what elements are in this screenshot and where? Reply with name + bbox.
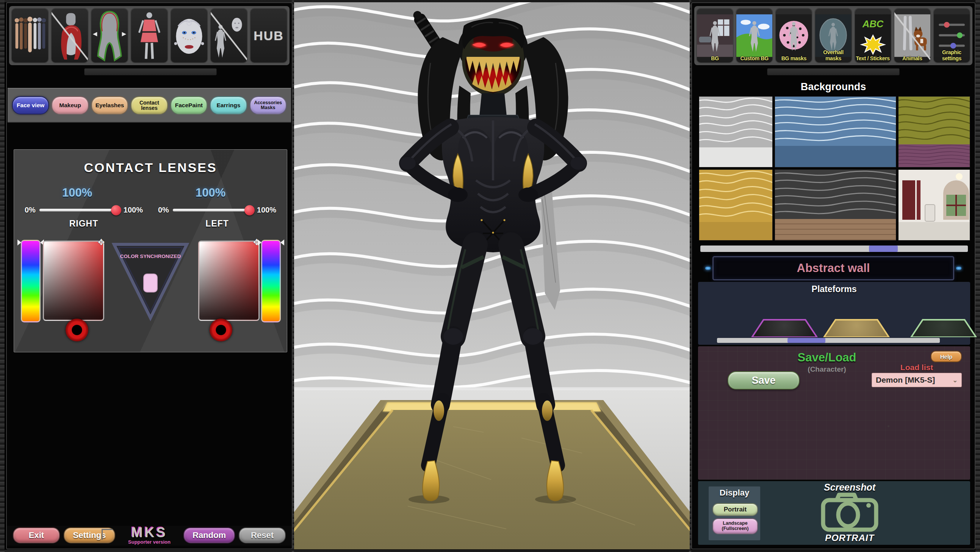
right-lens-slider[interactable] bbox=[40, 209, 120, 212]
tab-custom-bg-label: Custom BG bbox=[736, 55, 772, 61]
right-lens-hue-strip[interactable] bbox=[21, 240, 41, 322]
left-lens-slider-knob[interactable] bbox=[245, 205, 255, 215]
background-thumb-olive-waves[interactable] bbox=[898, 96, 970, 167]
screenshot-title: Screenshot bbox=[793, 482, 907, 493]
tab-text-stickers[interactable]: ABC Text / Stickers bbox=[854, 8, 892, 63]
background-thumb-gray-waves[interactable] bbox=[699, 96, 773, 167]
hue-marker-icon bbox=[18, 239, 21, 245]
backgrounds-scrollbar[interactable] bbox=[700, 245, 968, 252]
category-face-makeup-thumbnail[interactable] bbox=[170, 8, 208, 63]
right-lens-color-gradient[interactable] bbox=[43, 240, 104, 321]
version-label: Supporter version bbox=[104, 539, 195, 545]
category-clothes-thumbnail[interactable] bbox=[130, 8, 168, 63]
display-portrait-button[interactable]: Portrait bbox=[713, 503, 758, 516]
backgrounds-title: Backgrounds bbox=[692, 81, 975, 93]
exit-button[interactable]: Exit bbox=[13, 527, 60, 543]
category-hair-thumbnail[interactable] bbox=[51, 8, 89, 63]
frame-right bbox=[975, 0, 980, 552]
background-thumb-interior[interactable] bbox=[898, 169, 970, 240]
display-title: Display bbox=[709, 488, 760, 498]
custom-bg-icon bbox=[736, 9, 772, 62]
platform-thumb-gold[interactable] bbox=[823, 319, 890, 337]
selected-background-banner: Abstract wall bbox=[713, 256, 954, 280]
right-lens-label: RIGHT bbox=[25, 219, 143, 229]
save-button[interactable]: Save bbox=[728, 371, 800, 390]
save-load-panel: Save/Load (Character) Help Load list Sav… bbox=[698, 346, 970, 480]
right-scene-panel: BG Custom BG bbox=[691, 2, 975, 549]
tab-bg[interactable]: BG bbox=[696, 8, 734, 63]
tab-animals[interactable]: Animals bbox=[894, 8, 931, 63]
save-load-title: Save/Load bbox=[698, 351, 956, 364]
tab-accessories-masks[interactable]: Accessories Masks bbox=[250, 96, 286, 115]
left-lens-preview-icon[interactable] bbox=[210, 319, 232, 341]
tab-overhall-masks[interactable]: Overhall masks bbox=[815, 8, 852, 63]
platform-thumb-green[interactable] bbox=[910, 319, 977, 337]
backgrounds-scrollbar-thumb[interactable] bbox=[869, 245, 898, 252]
platforms-scrollbar-thumb[interactable] bbox=[788, 338, 826, 343]
tab-text-stickers-label: Text / Stickers bbox=[855, 55, 891, 61]
tab-earrings[interactable]: Earrings bbox=[210, 96, 247, 115]
face-makeup-icon bbox=[171, 9, 207, 62]
tab-graphic-settings-label: Graphic settings bbox=[934, 49, 970, 61]
tab-contact-lenses[interactable]: Contact lenses bbox=[131, 96, 167, 115]
chevron-down-icon: ⌄ bbox=[953, 377, 958, 384]
clothes-icon bbox=[131, 9, 167, 62]
backgrounds-grid bbox=[699, 96, 969, 240]
background-thumb-dark-waves-wood[interactable] bbox=[775, 169, 896, 240]
tab-bg-masks[interactable]: BG masks bbox=[775, 8, 813, 63]
tab-face-view[interactable]: Face view bbox=[12, 96, 49, 115]
category-skins-thumbnail[interactable] bbox=[11, 8, 49, 63]
bg-icon bbox=[697, 9, 733, 62]
character-category-row: HUB bbox=[9, 6, 290, 65]
skins-icon bbox=[12, 9, 48, 62]
reset-button[interactable]: Reset bbox=[239, 527, 286, 543]
left-lens-value: 100% bbox=[184, 186, 237, 200]
platform-thumb-purple[interactable] bbox=[751, 319, 818, 337]
mks-logo: MKS bbox=[104, 527, 195, 539]
left-lens-color-gradient[interactable] bbox=[198, 240, 259, 321]
left-lens-label: LEFT bbox=[158, 219, 276, 229]
help-button[interactable]: Help bbox=[931, 351, 962, 362]
left-lens-min-label: 0% bbox=[158, 206, 169, 215]
scene-category-row: BG Custom BG bbox=[694, 6, 972, 65]
category-body-shape-thumbnail[interactable] bbox=[91, 8, 129, 63]
random-button[interactable]: Random bbox=[183, 527, 235, 543]
tab-eyelashes[interactable]: Eyelashes bbox=[91, 96, 128, 115]
right-lens-max-label: 100% bbox=[124, 206, 143, 215]
color-sync-control[interactable]: COLOR SYNCHRONIZED bbox=[110, 239, 191, 322]
bg-masks-icon bbox=[776, 9, 812, 62]
category-row-scrollbar[interactable] bbox=[84, 68, 217, 75]
tab-facepaint[interactable]: FacePaint bbox=[170, 96, 207, 115]
face-feature-tabs: Face view Makeup Eyelashes Contact lense… bbox=[8, 88, 291, 123]
load-list-dropdown[interactable]: Demon [MK5-S] ⌄ bbox=[872, 373, 962, 387]
right-lens-slider-knob[interactable] bbox=[111, 205, 121, 215]
tab-custom-bg[interactable]: Custom BG bbox=[735, 8, 773, 63]
category-hub-button[interactable]: HUB bbox=[250, 8, 288, 63]
scene-category-scrollbar[interactable] bbox=[767, 68, 900, 75]
platforms-scrollbar[interactable] bbox=[717, 338, 940, 343]
display-landscape-button[interactable]: Landscape (Fullscreen) bbox=[713, 518, 758, 534]
character-3d-viewport[interactable] bbox=[294, 2, 690, 549]
color-crosshair-icon bbox=[98, 238, 106, 247]
category-pose-thumbnail[interactable] bbox=[210, 8, 248, 63]
screenshot-camera-button[interactable] bbox=[815, 492, 885, 533]
tab-overhall-masks-label: Overhall masks bbox=[815, 49, 851, 61]
tab-makeup[interactable]: Makeup bbox=[51, 96, 88, 115]
frame-bottom bbox=[0, 550, 980, 552]
sync-swatch[interactable] bbox=[144, 274, 157, 292]
background-thumb-blue-waves[interactable] bbox=[775, 96, 896, 167]
mks-logo-block: MKS Supporter version bbox=[104, 527, 195, 545]
color-sync-label: COLOR SYNCHRONIZED bbox=[120, 253, 181, 259]
tab-graphic-settings[interactable]: Graphic settings bbox=[933, 8, 970, 63]
contact-lenses-title: CONTACT LENSES bbox=[14, 160, 287, 175]
left-lens-slider[interactable] bbox=[173, 209, 253, 212]
platforms-title: Plateforms bbox=[698, 284, 970, 294]
right-lens-preview-icon[interactable] bbox=[65, 319, 88, 341]
text-stickers-icon: ABC bbox=[855, 9, 891, 62]
frame-left bbox=[0, 0, 5, 552]
background-thumb-gold-waves[interactable] bbox=[699, 169, 773, 240]
hue-marker-icon bbox=[258, 239, 261, 245]
left-lens-hue-strip[interactable] bbox=[261, 240, 281, 322]
starburst-icon bbox=[861, 35, 885, 54]
selected-background-name: Abstract wall bbox=[797, 261, 870, 275]
